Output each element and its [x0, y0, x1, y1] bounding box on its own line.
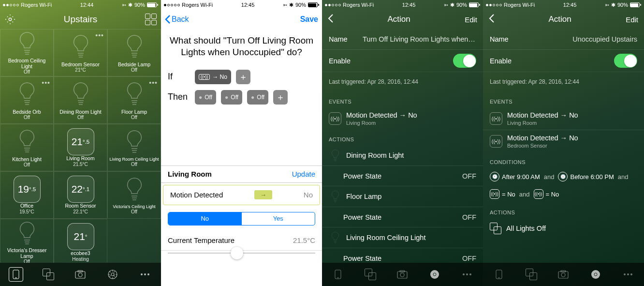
events-header: EVENTS — [322, 92, 483, 107]
tab-camera[interactable] — [395, 267, 410, 282]
tab-scenes[interactable] — [41, 267, 56, 282]
enable-toggle[interactable] — [614, 54, 637, 68]
device-tile[interactable]: Victoria's Dresser Lamp Off — [0, 219, 54, 263]
svg-rect-54 — [496, 270, 502, 279]
action-device-row[interactable]: Dining Room Light — [322, 145, 483, 166]
svg-rect-31 — [13, 270, 19, 279]
tab-scenes[interactable] — [363, 267, 378, 282]
svg-point-37 — [111, 273, 114, 276]
tab-automation[interactable] — [427, 267, 442, 282]
event-row[interactable]: ((•)) Motion Detected → NoBedroom Sensor — [483, 130, 644, 152]
tab-camera[interactable] — [556, 267, 571, 282]
rule-question: What should "Turn Off Living Room Lights… — [161, 29, 322, 67]
svg-rect-56 — [558, 271, 568, 278]
then-action-pill[interactable]: ●Off — [195, 90, 216, 105]
motion-icon: ((•)) — [329, 112, 341, 125]
segment-yes[interactable]: Yes — [242, 212, 315, 225]
subheader: Living Room Update — [161, 166, 322, 183]
current-temperature-row[interactable]: Current Temperature 21.5°C — [161, 230, 322, 251]
bulb-icon — [329, 190, 341, 203]
action-device-row[interactable]: Living Room Ceiling Light — [322, 227, 483, 248]
nav-bar: Back Save — [161, 10, 322, 29]
device-tile[interactable]: Bedside Lamp Off — [107, 29, 161, 76]
device-tile[interactable]: 21° ecobee3 Heating — [54, 219, 107, 263]
enable-row: Enable — [483, 49, 644, 72]
tab-camera[interactable] — [73, 267, 88, 282]
conditions-header: CONDITIONS — [483, 152, 644, 168]
device-tile[interactable]: Dining Room Light Off — [54, 76, 107, 124]
tab-bar — [483, 263, 644, 286]
save-button[interactable]: Save — [300, 15, 318, 24]
tab-automation[interactable] — [588, 267, 603, 282]
svg-rect-33 — [75, 271, 85, 278]
page-title: Upstairs — [17, 14, 144, 25]
name-row[interactable]: Name Unoccupied Upstairs — [483, 29, 644, 49]
add-condition-button[interactable]: ＋ — [236, 70, 250, 84]
settings-button[interactable] — [3, 12, 17, 27]
edit-button[interactable]: Edit — [626, 15, 638, 24]
motion-detected-row[interactable]: Motion Detected → No — [163, 185, 320, 205]
device-tile[interactable]: ••• Floor Lamp Off — [107, 76, 161, 124]
tab-automation[interactable] — [105, 267, 120, 282]
more-icon[interactable]: ••• — [149, 79, 158, 87]
update-button[interactable]: Update — [292, 170, 315, 178]
action-attribute-row[interactable]: Power StateOFF — [322, 248, 483, 263]
more-icon[interactable]: ••• — [95, 31, 104, 39]
bulb-icon — [329, 149, 341, 162]
nav-bar: Upstairs — [0, 10, 161, 29]
action-row[interactable]: All Lights Off — [483, 218, 644, 239]
device-tile[interactable]: 21°.5 Living Room 21.5°C — [54, 124, 107, 171]
svg-point-50 — [400, 273, 404, 277]
device-tile[interactable]: 22°.1 Room Sensor 22.1°C — [54, 171, 107, 219]
if-condition-pill[interactable]: ((•))→ No — [195, 70, 231, 84]
segment-no[interactable]: No — [168, 212, 242, 225]
back-button[interactable] — [328, 14, 333, 25]
clock-icon: 🕕 — [558, 172, 568, 181]
device-tile[interactable]: 19°.5 Office 19.5°C — [0, 171, 54, 219]
device-tile[interactable]: Victoria's Ceiling Light Off — [107, 171, 161, 219]
last-triggered: Last triggered: Apr 28, 2016, 12:44 — [322, 72, 483, 92]
device-tile[interactable]: ••• Bedroom Sensor 21°C — [54, 29, 107, 76]
tab-more[interactable] — [138, 267, 152, 282]
if-row: If ((•))→ No ＋ — [161, 67, 322, 87]
svg-rect-49 — [397, 271, 407, 278]
enable-toggle[interactable] — [453, 54, 476, 68]
device-tile[interactable]: Kitchen Light Off — [0, 124, 54, 171]
clock-icon: 🕘 — [490, 172, 499, 181]
back-button[interactable]: Back — [165, 15, 189, 24]
then-row: Then ●Off ●Off ●Off ＋ — [161, 87, 322, 107]
back-button[interactable] — [489, 14, 494, 25]
tab-devices[interactable] — [492, 267, 506, 282]
action-attribute-row[interactable]: Power StateOFF — [322, 166, 483, 186]
motion-icon: ((•)) — [490, 189, 499, 199]
name-row[interactable]: Name Turn Off Living Room Lights when Un… — [322, 29, 483, 49]
device-tile[interactable]: Living Room Ceiling Light Off — [107, 124, 161, 171]
conditions-row-2[interactable]: ((•))= No and ((•))= No — [483, 185, 644, 203]
tab-devices[interactable] — [9, 267, 23, 282]
tab-scenes[interactable] — [524, 267, 539, 282]
add-action-button[interactable]: ＋ — [273, 90, 288, 105]
conditions-row[interactable]: 🕘After 9:00 AM and 🕕Before 6:00 PM and — [483, 168, 644, 185]
then-action-pill[interactable]: ●Off — [221, 90, 242, 105]
device-tile[interactable]: Bedroom Ceiling Light Off — [0, 29, 54, 76]
status-bar: Rogers Wi-Fi 12:45 ➳✱ 90% — [161, 0, 322, 10]
grid-view-button[interactable] — [144, 12, 158, 27]
tab-bar — [0, 263, 161, 286]
edit-button[interactable]: Edit — [465, 15, 477, 24]
motion-icon: ((•)) — [490, 135, 502, 148]
tab-more[interactable] — [460, 267, 474, 282]
bulb-icon — [329, 231, 341, 244]
action-device-row[interactable]: Floor Lamp — [322, 186, 483, 207]
event-row[interactable]: ((•)) Motion Detected → NoLiving Room — [322, 107, 483, 130]
segmented-control[interactable]: No Yes — [168, 212, 315, 226]
status-time: 12:44 — [80, 2, 94, 8]
event-row[interactable]: ((•)) Motion Detected → NoLiving Room — [483, 107, 644, 130]
then-action-pill[interactable]: ●Off — [247, 90, 268, 105]
action-attribute-row[interactable]: Power StateOFF — [322, 207, 483, 227]
temperature-slider[interactable] — [168, 253, 315, 254]
device-tile[interactable]: ••• Bedside Orb Off — [0, 76, 54, 124]
more-icon[interactable]: ••• — [42, 79, 50, 87]
actions-header: ACTIONS — [483, 203, 644, 218]
tab-devices[interactable] — [331, 267, 345, 282]
tab-more[interactable] — [621, 267, 635, 282]
